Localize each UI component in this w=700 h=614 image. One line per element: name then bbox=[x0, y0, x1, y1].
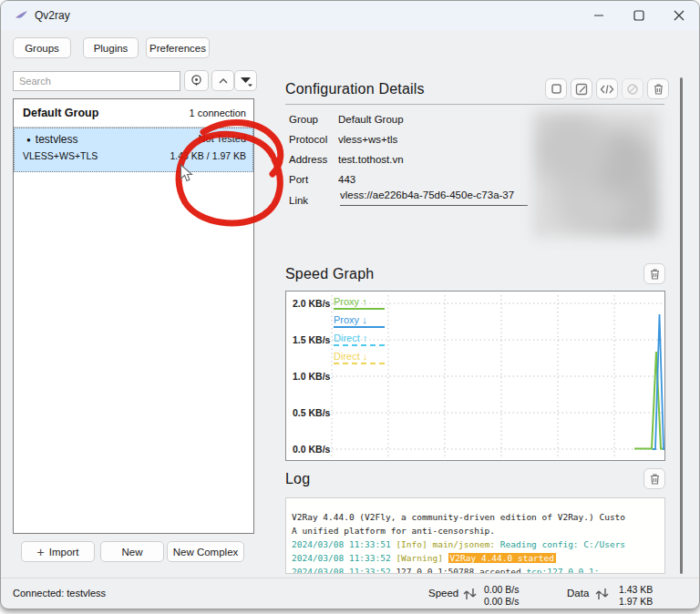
log-output[interactable]: V2Ray 4.44.0 (V2Fly, a community-driven … bbox=[285, 497, 665, 574]
trash-icon bbox=[649, 268, 661, 281]
legend-direct-up[interactable]: Direct ↑ bbox=[334, 333, 385, 346]
field-label-address: Address bbox=[289, 154, 327, 165]
data-updown-icon bbox=[594, 585, 610, 603]
ytick-1-5: 1.5 KB/s bbox=[293, 334, 330, 345]
qr-code-button[interactable] bbox=[545, 78, 567, 99]
log-line: 2024/03/08 11:33:52 [Warning] V2Ray 4.44… bbox=[292, 551, 664, 565]
config-details-title: Configuration Details bbox=[285, 81, 425, 97]
log-title: Log bbox=[285, 471, 310, 487]
plugins-button-label: Plugins bbox=[94, 43, 129, 54]
field-value-protocol: vless+ws+tls bbox=[338, 134, 397, 145]
group-name: Default Group bbox=[23, 107, 190, 119]
ytick-0-0: 0.0 KB/s bbox=[293, 444, 330, 455]
field-label-protocol: Protocol bbox=[289, 134, 327, 145]
plugins-button[interactable]: Plugins bbox=[83, 37, 139, 58]
connection-protocol: VLESS+WS+TLS bbox=[23, 150, 170, 161]
new-complex-button[interactable]: New Complex bbox=[167, 541, 244, 562]
speed-down-value: 0.00 B/s bbox=[484, 596, 520, 608]
group-connection-count: 1 connection bbox=[190, 107, 246, 118]
close-icon bbox=[665, 2, 693, 29]
qv2ray-app-icon bbox=[15, 9, 28, 23]
clear-log-button[interactable] bbox=[643, 468, 665, 489]
speed-updown-icon bbox=[462, 585, 478, 603]
groups-button[interactable]: Groups bbox=[13, 37, 71, 58]
pin-icon bbox=[190, 74, 203, 87]
ytick-2-0: 2.0 KB/s bbox=[293, 298, 330, 309]
search-input[interactable] bbox=[13, 71, 180, 91]
log-line: 2024/03/08 11:33:52 127.0.0.1:50788 acce… bbox=[292, 565, 664, 574]
connection-name: testvless bbox=[36, 133, 199, 146]
minimize-button[interactable] bbox=[579, 1, 619, 30]
maximize-icon bbox=[625, 2, 653, 29]
connected-bullet-icon: ● bbox=[26, 136, 31, 146]
field-value-address: test.tothost.vn bbox=[338, 154, 404, 165]
ytick-0-5: 0.5 KB/s bbox=[293, 407, 330, 418]
edit-json-button[interactable] bbox=[596, 78, 618, 99]
disabled-circle-icon bbox=[626, 83, 639, 96]
field-value-port: 443 bbox=[338, 174, 355, 185]
new-button[interactable]: New bbox=[100, 541, 164, 562]
sort-button[interactable] bbox=[234, 70, 257, 91]
screen: Qv2ray Groups Plugins Preferences bbox=[0, 0, 700, 614]
field-label-group: Group bbox=[289, 114, 318, 125]
connection-list: Default Group 1 connection ● testvless N… bbox=[13, 98, 254, 534]
data-values: 1.43 KB 1.97 KB bbox=[619, 584, 653, 608]
field-value-group: Default Group bbox=[338, 114, 404, 125]
data-label: Data bbox=[567, 588, 589, 599]
qr-code-blurred bbox=[532, 110, 660, 238]
legend-proxy-up[interactable]: Proxy ↑ bbox=[334, 296, 385, 310]
right-panel-scrollbar[interactable] bbox=[680, 77, 683, 574]
preferences-button-label: Preferences bbox=[149, 43, 206, 54]
chevron-up-icon bbox=[217, 76, 230, 87]
edit-icon bbox=[575, 83, 588, 96]
data-down-value: 1.97 KB bbox=[619, 596, 653, 608]
graph-legend: Proxy ↑ Proxy ↓ Direct ↑ Direct ↓ bbox=[334, 296, 385, 369]
import-button-label: Import bbox=[49, 547, 79, 558]
new-complex-button-label: New Complex bbox=[173, 547, 239, 558]
preferences-button[interactable]: Preferences bbox=[146, 37, 210, 58]
trash-icon bbox=[649, 473, 661, 486]
speed-graph-title: Speed Graph bbox=[285, 266, 374, 282]
share-button bbox=[622, 78, 643, 99]
connection-item-testvless[interactable]: ● testvless Not Tested VLESS+WS+TLS 1.43… bbox=[14, 128, 253, 172]
speed-up-value: 0.00 B/s bbox=[484, 584, 520, 596]
clear-graph-button[interactable] bbox=[643, 263, 665, 284]
collapse-button[interactable] bbox=[211, 70, 234, 91]
trash-icon bbox=[653, 83, 664, 96]
legend-proxy-down[interactable]: Proxy ↓ bbox=[334, 314, 385, 328]
minimize-icon bbox=[585, 2, 612, 29]
delete-config-button[interactable] bbox=[647, 78, 669, 99]
field-label-port: Port bbox=[289, 174, 308, 185]
window-title: Qv2ray bbox=[35, 9, 70, 22]
group-header[interactable]: Default Group 1 connection bbox=[14, 99, 253, 128]
square-icon bbox=[551, 83, 562, 95]
field-label-link: Link bbox=[289, 195, 308, 206]
plus-icon: + bbox=[37, 545, 45, 559]
log-line: A unified platform for anti-censorship. bbox=[292, 524, 664, 537]
import-button[interactable]: + Import bbox=[21, 541, 95, 562]
connection-traffic: 1.43 KB / 1.97 KB bbox=[170, 150, 246, 161]
edit-button[interactable] bbox=[571, 78, 592, 99]
log-line: 2024/03/08 11:33:51 [Info] main/jsonem: … bbox=[292, 537, 664, 551]
new-button-label: New bbox=[121, 547, 142, 558]
status-bar: Connected: testvless Speed 0.00 B/s 0.00… bbox=[1, 578, 699, 609]
qv2ray-window: Qv2ray Groups Plugins Preferences bbox=[0, 0, 700, 609]
close-button[interactable] bbox=[659, 1, 699, 30]
sort-icon bbox=[239, 75, 253, 87]
log-line: V2Ray 4.44.0 (V2Fly, a community-driven … bbox=[292, 510, 664, 524]
groups-button-label: Groups bbox=[25, 43, 59, 54]
title-bar[interactable]: Qv2ray bbox=[1, 1, 699, 30]
speed-label: Speed bbox=[428, 588, 458, 599]
speed-values: 0.00 B/s 0.00 B/s bbox=[484, 584, 520, 608]
speed-graph-plot: 2.0 KB/s 1.5 KB/s 1.0 KB/s 0.5 KB/s 0.0 … bbox=[285, 291, 665, 461]
ytick-1-0: 1.0 KB/s bbox=[293, 371, 330, 382]
config-divider bbox=[285, 104, 664, 105]
code-icon bbox=[600, 84, 614, 95]
locate-connection-button[interactable] bbox=[184, 70, 209, 91]
latency-status: Not Tested bbox=[199, 133, 246, 146]
maximize-button[interactable] bbox=[619, 1, 659, 30]
data-up-value: 1.43 KB bbox=[619, 584, 653, 596]
share-link-field[interactable]: vless://ae226b4a-75d6-450e-c73a-37 bbox=[340, 189, 528, 206]
connected-status: Connected: testvless bbox=[13, 588, 106, 599]
legend-direct-down[interactable]: Direct ↓ bbox=[334, 351, 385, 364]
